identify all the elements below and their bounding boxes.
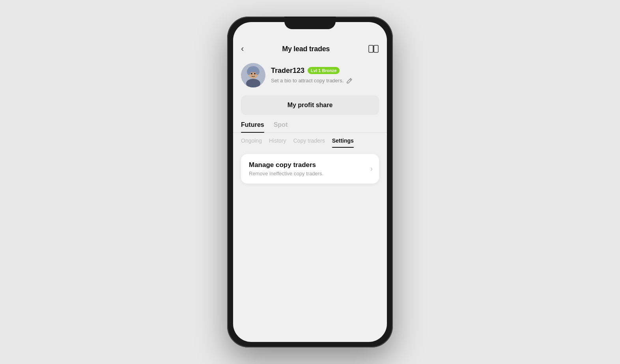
sub-tabs: Ongoing History Copy traders Settings bbox=[233, 133, 387, 148]
content-area: Manage copy traders Remove ineffective c… bbox=[233, 148, 387, 342]
manage-copy-traders-card[interactable]: Manage copy traders Remove ineffective c… bbox=[241, 154, 379, 184]
tab-futures[interactable]: Futures bbox=[241, 121, 264, 132]
avatar bbox=[241, 63, 265, 87]
page-title: My lead trades bbox=[282, 45, 330, 53]
profile-bio-row: Set a bio to attract copy traders. bbox=[271, 77, 379, 84]
profile-bio: Set a bio to attract copy traders. bbox=[271, 78, 344, 84]
subtab-settings[interactable]: Settings bbox=[332, 137, 354, 148]
subtab-copy-traders[interactable]: Copy traders bbox=[293, 137, 325, 148]
header: ‹ My lead trades bbox=[233, 38, 387, 58]
subtab-ongoing[interactable]: Ongoing bbox=[241, 137, 262, 148]
svg-point-8 bbox=[256, 69, 260, 75]
svg-point-9 bbox=[251, 73, 252, 74]
edit-icon[interactable] bbox=[346, 77, 353, 84]
tab-spot[interactable]: Spot bbox=[274, 121, 288, 132]
book-icon[interactable] bbox=[368, 44, 379, 54]
back-button[interactable]: ‹ bbox=[241, 45, 244, 53]
phone-screen: ‹ My lead trades bbox=[233, 22, 387, 342]
svg-rect-0 bbox=[369, 45, 373, 52]
book-svg bbox=[368, 45, 379, 53]
profit-share-button[interactable]: My profit share bbox=[241, 95, 379, 115]
chevron-right-icon: › bbox=[370, 165, 373, 173]
svg-point-7 bbox=[247, 69, 251, 75]
edit-svg bbox=[346, 78, 353, 84]
svg-line-11 bbox=[350, 79, 351, 80]
level-badge: Lvl 1 Bronze bbox=[308, 67, 340, 74]
screen-content: ‹ My lead trades bbox=[233, 22, 387, 342]
phone-frame: ‹ My lead trades bbox=[227, 17, 393, 347]
main-tabs: Futures Spot bbox=[233, 121, 387, 133]
manage-card-subtitle: Remove ineffective copy traders. bbox=[249, 171, 367, 176]
phone-notch bbox=[284, 17, 336, 29]
profile-name: Trader123 bbox=[271, 67, 304, 75]
subtab-history[interactable]: History bbox=[269, 137, 286, 148]
manage-card-title: Manage copy traders bbox=[249, 161, 367, 169]
manage-card-text: Manage copy traders Remove ineffective c… bbox=[249, 161, 367, 176]
profile-info: Trader123 Lvl 1 Bronze Set a bio to attr… bbox=[271, 67, 379, 84]
profile-name-row: Trader123 Lvl 1 Bronze bbox=[271, 67, 379, 75]
svg-point-10 bbox=[254, 73, 256, 74]
avatar-svg bbox=[241, 63, 265, 87]
svg-rect-1 bbox=[374, 45, 378, 52]
profile-section: Trader123 Lvl 1 Bronze Set a bio to attr… bbox=[233, 58, 387, 94]
